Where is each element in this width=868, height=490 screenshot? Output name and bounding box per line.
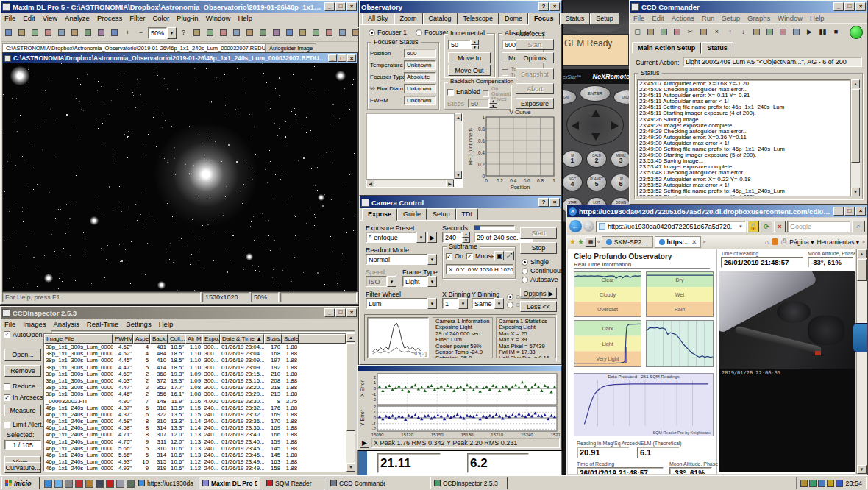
dual-view-icon[interactable] (68, 27, 81, 38)
maxim-titlebar[interactable]: MaxIm DL Pro 5 - C:\ASTRONOMIA\Dropbox\A… (1, 1, 358, 13)
line-profile-icon[interactable] (191, 27, 203, 38)
undo-icon[interactable] (29, 27, 41, 38)
preset-menu-button[interactable]: ▶ (427, 232, 437, 243)
maximize-icon[interactable]: □ (335, 308, 346, 317)
guider-graph-titlebar[interactable] (358, 366, 561, 371)
scroll-thumb[interactable] (857, 259, 867, 281)
maxim-menu-view[interactable]: View (39, 13, 61, 23)
stop-button[interactable]: Stop (520, 242, 557, 254)
back-icon[interactable]: ← (569, 220, 582, 232)
toggle-info-icon[interactable] (95, 27, 107, 38)
maxim-menu-analyze[interactable]: Analyze (61, 13, 93, 23)
close-icon[interactable]: × (346, 2, 357, 11)
table-row[interactable]: 46p_1x1_240s_Lum_00003...4.71"830712.0"1… (44, 431, 346, 438)
ccdc-menu-actions[interactable]: Actions (668, 13, 698, 23)
table-row[interactable]: 38p_1x1_300s_Lum_00003...4.52"448418.5"1… (44, 350, 346, 357)
table-row[interactable]: 38p_1x1_300s_Lum_00003...4.47"235217.7"1… (44, 384, 346, 391)
start-button[interactable]: Start (520, 227, 557, 239)
new-icon[interactable]: ▢ (631, 26, 644, 38)
table-row[interactable]: 46p_1x1_240s_Lum_00003...4.58"831013.3"1… (44, 418, 346, 425)
column-header-fwhm[interactable]: FWHM (113, 334, 133, 344)
minimize-icon[interactable]: _ (833, 2, 844, 11)
pause-icon[interactable]: ▮▮ (817, 26, 829, 38)
reduce-checkbox[interactable]: Reduce... (4, 383, 41, 390)
minimize-icon[interactable]: _ (324, 308, 335, 317)
pinpoint-icon[interactable] (257, 27, 269, 38)
log-scrollbar[interactable]: ▲ ▼ (850, 79, 860, 196)
ccdinspector-menu-analysis[interactable]: Analysis (49, 319, 82, 329)
maximize-icon[interactable]: □ (338, 54, 346, 62)
favorites-star-icon[interactable]: ★ (569, 238, 576, 246)
y-binning-select[interactable]: Same▼ (472, 298, 504, 309)
focus-log-listbox[interactable]: ▲▼ ◀▶ (366, 113, 463, 188)
enable-action-icon[interactable] (750, 26, 763, 38)
autofocus-options-button[interactable]: Options (516, 52, 554, 63)
exposure-button[interactable]: Exposure (516, 98, 554, 109)
table-row[interactable]: 38p_1x1_300s_Lum_00003...4.63"237219.3"1… (44, 377, 346, 384)
autofocus-start-button[interactable]: Start (516, 39, 554, 50)
paste-icon[interactable] (697, 26, 710, 38)
close-icon[interactable]: × (855, 207, 866, 216)
print-icon[interactable]: ⎙ (781, 238, 786, 246)
comet-image[interactable] (3, 63, 357, 291)
tab-camera-expose[interactable]: Expose (362, 208, 397, 221)
ccdinspector-menu-settings[interactable]: Settings (122, 319, 154, 329)
table-row[interactable]: 46p_1x1_240s_Lum_00003...4.37"632213.5"1… (44, 411, 346, 418)
column-header-back-[interactable]: Back... (150, 334, 168, 344)
maxim-menu-file[interactable]: File (1, 13, 19, 23)
chevron-right-icon[interactable]: » (862, 239, 865, 244)
ccdc-menu-edit[interactable]: Edit (648, 13, 667, 23)
frame-type-select[interactable]: Light▼ (402, 276, 437, 287)
star-profile-thumbnail[interactable]: 3D[2] (367, 317, 429, 358)
annotate-icon[interactable] (217, 27, 230, 38)
less-button[interactable]: Less << (520, 301, 557, 312)
stop-icon[interactable]: × (774, 221, 786, 232)
tools-menu[interactable]: Herramientas ▾ (817, 238, 859, 246)
close-icon[interactable]: × (549, 2, 560, 11)
column-header-image-file[interactable]: Image File (44, 334, 113, 344)
single-radio[interactable]: Single (522, 258, 549, 266)
minimize-icon[interactable]: _ (328, 54, 337, 62)
column-header-stars-[interactable]: Stars... (264, 334, 282, 344)
abort-button[interactable]: Abort (516, 83, 554, 94)
zoom-select[interactable]: 50%▼ (148, 27, 177, 39)
ccdinspector-menu-images[interactable]: Images (19, 319, 49, 329)
column-header-coll-[interactable]: Coll... (168, 334, 185, 344)
quick-launch-icon[interactable] (106, 480, 114, 488)
key-3-menu[interactable]: MENU3 (611, 150, 631, 168)
scroll-thumb[interactable] (851, 89, 860, 163)
close-icon[interactable]: × (855, 2, 866, 11)
scroll-down-icon[interactable]: ▼ (851, 188, 860, 196)
search-icon[interactable]: ⌕ (852, 221, 865, 232)
histogram-icon[interactable] (336, 27, 349, 38)
curvature-button[interactable]: Curvature... (4, 462, 41, 473)
x-binning-select[interactable]: 1▼ (442, 298, 468, 309)
quick-tabs-icon[interactable]: ▦ (586, 237, 596, 247)
camera-window-icon[interactable] (230, 27, 243, 38)
chevron-left-icon[interactable]: « (597, 239, 600, 244)
cut-icon[interactable]: ✂ (684, 26, 697, 38)
key-1-m[interactable]: M1 (562, 150, 583, 168)
quick-launch-icon[interactable] (54, 480, 63, 488)
ccdinspector-menu-help[interactable]: Help (155, 319, 177, 329)
quick-launch-icon[interactable] (65, 480, 73, 488)
maxim-menu-plug-in[interactable]: Plug-in (173, 13, 202, 23)
browser-scrollbar[interactable]: ▲ ▼ (856, 249, 867, 474)
maxim-menu-filter[interactable]: Filter (126, 13, 149, 23)
ccdinspector-menu-file[interactable]: File (1, 319, 19, 329)
feeds-icon[interactable] (772, 238, 778, 245)
maximize-icon[interactable]: □ (335, 2, 346, 11)
scroll-up-icon[interactable]: ▲ (857, 249, 867, 258)
thumbnail-mode-label[interactable]: 3D[2] (413, 350, 427, 357)
scroll-up-icon[interactable]: ▲ (851, 79, 860, 88)
status-log[interactable]: 23:45:07 Autoguider error: X=0.68 Y=-1.2… (637, 79, 850, 196)
table-row[interactable]: 38p_1x1_300s_Lum_00003...4.46"235616.1"1… (44, 391, 346, 397)
save-icon[interactable] (15, 27, 28, 38)
table-row[interactable]: 46p_1x1_240s_Lum_00003...4.70"931112.0"1… (44, 438, 346, 445)
column-header-scale-[interactable]: Scale... (282, 334, 299, 344)
tab-observatory-focus[interactable]: Focus (528, 13, 560, 25)
ccdinspector-titlebar[interactable]: CCDInspector 2.5.3 _□× (1, 307, 358, 319)
snapshot-button[interactable]: Snapshot (516, 68, 554, 79)
page-menu[interactable]: Página ▾ (789, 238, 814, 246)
limit-alert-checkbox[interactable]: Limit Alert... (4, 421, 47, 428)
